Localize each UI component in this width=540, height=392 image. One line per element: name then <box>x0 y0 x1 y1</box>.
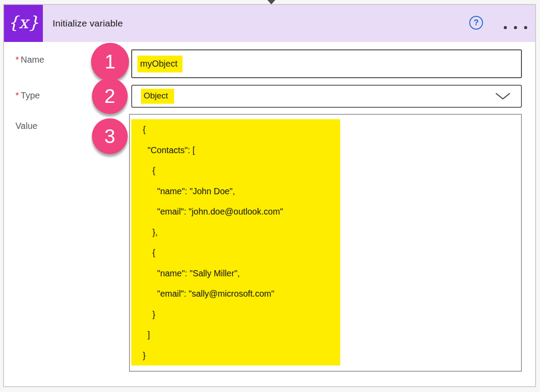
badge-number: 2 <box>104 85 115 107</box>
badge-number: 3 <box>104 125 115 147</box>
action-card-header[interactable]: {x} Initialize variable ? <box>4 5 535 42</box>
variable-value-textarea[interactable]: { "Contacts": [ { "name": "John Doe", "e… <box>129 114 522 372</box>
ellipsis-dot <box>504 26 507 29</box>
ellipsis-dot <box>514 26 517 29</box>
help-icon[interactable]: ? <box>469 16 483 30</box>
name-input-value: myObject <box>137 56 183 72</box>
value-json-content: { "Contacts": [ { "name": "John Doe", "e… <box>131 119 340 366</box>
badge-number: 1 <box>105 51 115 73</box>
variable-type-dropdown[interactable]: Object <box>131 85 522 108</box>
name-label-text: Name <box>21 55 44 64</box>
variable-name-input[interactable]: myObject <box>131 49 522 78</box>
required-asterisk: * <box>15 55 19 64</box>
initialize-variable-action-card: {x} Initialize variable ? *Name 1 myObje… <box>3 4 536 387</box>
value-label-text: Value <box>15 121 38 131</box>
flow-connector-arrow-icon <box>267 0 275 4</box>
variable-icon-glyph: {x} <box>8 14 39 31</box>
help-question-glyph: ? <box>474 18 479 27</box>
chevron-down-icon <box>495 92 510 100</box>
annotation-badge-1: 1 <box>91 43 129 81</box>
annotation-badge-3: 3 <box>92 118 128 154</box>
name-field-label: *Name <box>15 55 44 65</box>
value-field-label: Value <box>15 121 38 131</box>
type-field-label: *Type <box>15 90 40 101</box>
required-asterisk: * <box>15 90 19 100</box>
more-options-ellipsis-icon[interactable] <box>500 22 531 33</box>
power-automate-canvas: {x} Initialize variable ? *Name 1 myObje… <box>0 0 540 392</box>
value-highlight-block: { "Contacts": [ { "name": "John Doe", "e… <box>131 119 340 366</box>
variable-x-icon: {x} <box>4 5 43 42</box>
annotation-badge-2: 2 <box>92 78 128 114</box>
ellipsis-dot <box>524 26 527 29</box>
type-selected-value: Object <box>141 89 174 104</box>
action-title: Initialize variable <box>53 18 123 29</box>
type-label-text: Type <box>21 90 40 100</box>
